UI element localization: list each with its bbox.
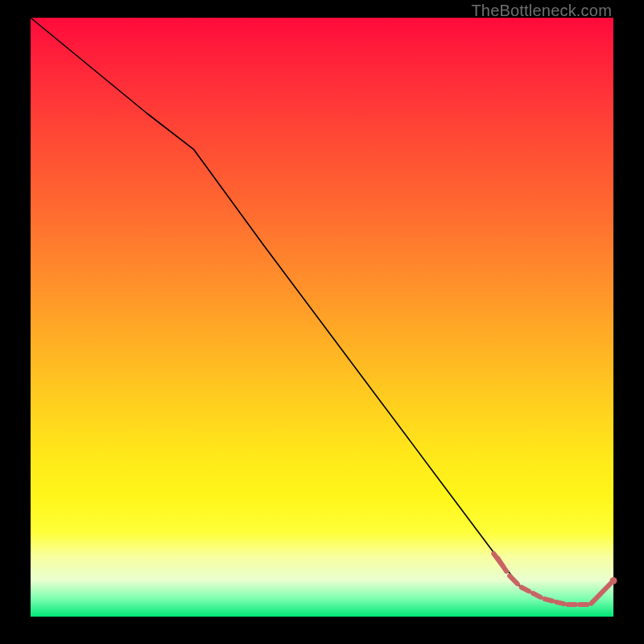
highlight-dash — [510, 576, 518, 584]
chart-svg — [31, 18, 613, 617]
highlight-dash-group — [493, 554, 610, 605]
highlight-dash — [522, 588, 529, 592]
main-curve-line — [31, 18, 613, 605]
highlight-dash — [545, 599, 552, 601]
highlight-end-dot — [610, 577, 617, 584]
highlight-dot-group — [610, 577, 617, 584]
plot-area — [31, 18, 613, 617]
highlight-dash — [556, 602, 564, 604]
highlight-dash — [591, 584, 610, 604]
chart-frame: TheBottleneck.com — [0, 0, 644, 644]
highlight-dash — [533, 593, 540, 597]
